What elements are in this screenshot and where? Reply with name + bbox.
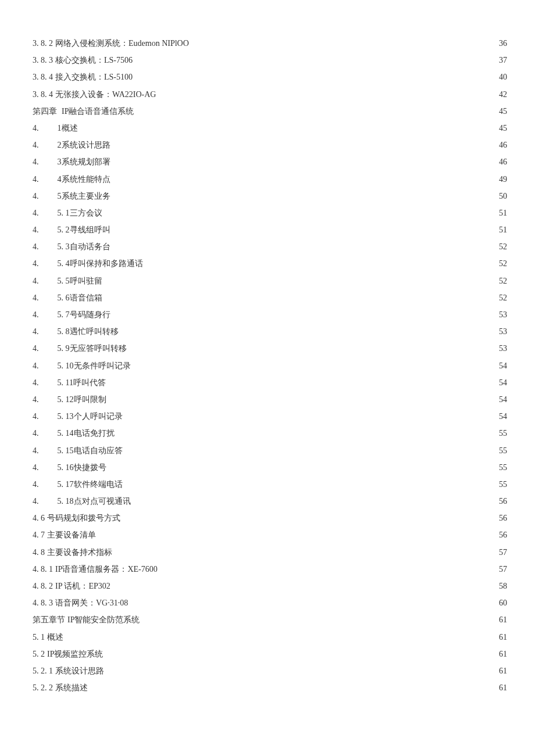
toc-entry-number: 4.	[33, 226, 41, 234]
toc-entry-page: 53	[495, 328, 507, 336]
toc-entry-page: 60	[495, 599, 507, 607]
toc-entry[interactable]: 5. 2. 2系统描述 61	[33, 684, 507, 692]
toc-entry-page: 50	[495, 192, 507, 200]
toc-entry-number: 5. 2. 1	[33, 667, 55, 675]
toc-entry-title: 5. 2寻线组呼叫	[58, 226, 110, 234]
toc-entry-page: 46	[495, 158, 507, 166]
toc-entry-page: 56	[495, 497, 507, 506]
toc-entry[interactable]: 4.1概述 45	[33, 124, 507, 132]
toc-entry[interactable]: 第四章IP融合语音通信系统 45	[33, 108, 507, 116]
toc-entry[interactable]: 4.5. 18点对点可视通讯 56	[33, 497, 507, 506]
toc-entry[interactable]: 4.5. 6语音信箱 52	[33, 294, 507, 302]
toc-entry[interactable]: 3. 8. 2网络入侵检测系统：Eudemon NIPlOO 36	[33, 40, 507, 48]
toc-entry-number: 4.	[33, 277, 41, 285]
toc-entry-page: 53	[495, 345, 507, 353]
toc-entry[interactable]: 4.5. 14电话免打扰 55	[33, 429, 507, 438]
toc-entry-title: 5. 6语音信箱	[58, 294, 102, 302]
toc-entry-number: 4.	[33, 124, 41, 132]
toc-entry-page: 46	[495, 141, 507, 149]
toc-entry-title: 5. 15电话自动应答	[58, 447, 123, 455]
toc-entry-title: 5. 8遇忙呼叫转移	[58, 328, 119, 336]
toc-entry[interactable]: 4. 8. 2 IP 话机：EP302 58	[33, 582, 507, 590]
toc-entry-title: 5. 1三方会议	[58, 209, 102, 217]
toc-entry-page: 55	[495, 481, 507, 489]
toc-entry-page: 36	[495, 40, 507, 48]
toc-entry[interactable]: 4.5. 1三方会议 51	[33, 209, 507, 217]
toc-entry[interactable]: 4.5. 7号码随身行 53	[33, 311, 507, 319]
toc-entry[interactable]: 4.2系统设计思路 46	[33, 141, 507, 149]
toc-entry-title: IP语音通信服务器：XE-7600	[55, 565, 158, 574]
toc-entry[interactable]: 5. 2. 1系统设计思路 61	[33, 667, 507, 675]
toc-entry-title: 网络入侵检测系统：Eudemon NIPlOO	[55, 40, 189, 48]
toc-entry-number: 4.	[33, 243, 41, 251]
toc-entry[interactable]: 4. 7主要设备清单 56	[33, 531, 507, 539]
toc-entry[interactable]: 4. 8主要设备持术指标 57	[33, 549, 507, 557]
toc-entry-title: 5. 9无应答呼叫转移	[58, 345, 127, 353]
toc-entry[interactable]: 4. 6号码规划和拨号方式 56	[33, 514, 507, 522]
toc-entry-page: 54	[495, 413, 507, 421]
toc-entry-number: 4.	[33, 192, 41, 200]
toc-entry[interactable]: 4.5. 11呼叫代答 54	[33, 379, 507, 387]
toc-entry-page: 45	[495, 124, 507, 132]
toc-entry-number: 4.	[33, 413, 41, 421]
toc-entry[interactable]: 4. 8. 3 语音网关：VG·31·08 60	[33, 599, 507, 607]
toc-entry[interactable]: 4.5. 16快捷拨号 55	[33, 464, 507, 472]
toc-entry[interactable]: 4.5. 10无条件呼叫记录 54	[33, 362, 507, 370]
toc-entry[interactable]: 4.5. 13个人呼叫记录 54	[33, 413, 507, 421]
toc-entry[interactable]: 4.5. 5呼叫驻留 52	[33, 277, 507, 285]
toc-entry-page: 55	[495, 447, 507, 455]
toc-entry-page: 58	[495, 582, 507, 590]
toc-entry[interactable]: 5. 1概述 61	[33, 633, 507, 642]
toc-entry-title: 5. 4呼叫保持和多路通话	[58, 260, 143, 268]
toc-entry-number: 4.	[33, 175, 41, 184]
toc-entry[interactable]: 4.5. 17软件终端电话 55	[33, 481, 507, 489]
toc-entry-page: 52	[495, 294, 507, 302]
toc-entry[interactable]: 3. 8. 3 核心交换机：LS-7506 37	[33, 56, 507, 65]
toc-entry-page: 49	[495, 175, 507, 184]
toc-entry-title: 主要设备清单	[47, 531, 96, 539]
toc-entry-title: 5. 17软件终端电话	[58, 481, 123, 489]
toc-entry[interactable]: 5. 2 IP视频监控系统 61	[33, 650, 507, 658]
toc-entry-page: 54	[495, 396, 507, 404]
toc-entry-number: 4.	[33, 311, 41, 319]
toc-entry[interactable]: 4.5. 12呼叫限制 54	[33, 396, 507, 404]
toc-entry[interactable]: 4.3系统规划部署 46	[33, 158, 507, 166]
toc-entry[interactable]: 4.5系统主要业务 50	[33, 192, 507, 200]
toc-entry-page: 55	[495, 464, 507, 472]
toc-entry-title: 无张接入设备：WA22IO-AG	[55, 91, 156, 99]
toc-entry-title: 号码规划和拨号方式	[47, 514, 120, 522]
toc-entry-title: 4系统性能特点	[58, 175, 110, 184]
toc-entry[interactable]: 4.5. 8遇忙呼叫转移 53	[33, 328, 507, 336]
toc-entry-title: 5. 12呼叫限制	[58, 396, 106, 404]
toc-entry-page: 57	[495, 565, 507, 574]
toc-entry-page: 51	[495, 226, 507, 234]
toc-list: 3. 8. 2网络入侵检测系统：Eudemon NIPlOO 363. 8. 3…	[33, 40, 507, 692]
toc-entry-page: 61	[495, 667, 507, 675]
toc-entry-page: 51	[495, 209, 507, 217]
toc-entry-page: 52	[495, 243, 507, 251]
toc-entry[interactable]: 4.4系统性能特点 49	[33, 175, 507, 184]
toc-entry-number: 3. 8. 4	[33, 73, 55, 81]
toc-entry[interactable]: 3. 8. 4无张接入设备：WA22IO-AG 42	[33, 91, 507, 99]
toc-entry-title: 5. 11呼叫代答	[58, 379, 106, 387]
toc-entry[interactable]: 4.5. 15电话自动应答 55	[33, 447, 507, 455]
toc-entry[interactable]: 4.5. 2寻线组呼叫 51	[33, 226, 507, 234]
toc-entry-title: 语音网关：VG·31·08	[55, 599, 128, 607]
toc-entry[interactable]: 3. 8. 4 接入交换机：LS-5100 40	[33, 73, 507, 81]
toc-entry-number: 第五章节	[33, 616, 67, 624]
toc-entry-number: 5. 1	[33, 633, 47, 642]
toc-entry[interactable]: 4.5. 9无应答呼叫转移 53	[33, 345, 507, 353]
toc-entry-title: 系统设计思路	[55, 667, 104, 675]
toc-entry[interactable]: 4.5. 4呼叫保持和多路通话 52	[33, 260, 507, 268]
toc-entry-title: 3系统规划部署	[58, 158, 110, 166]
toc-entry-title: 5. 7号码随身行	[58, 311, 110, 319]
toc-entry-page: 61	[495, 650, 507, 658]
toc-entry[interactable]: 第五章节IP智能安全防范系统 61	[33, 616, 507, 624]
toc-entry[interactable]: 4. 8. 1IP语音通信服务器：XE-7600 57	[33, 565, 507, 574]
toc-entry-title: 概述	[47, 633, 63, 642]
toc-entry[interactable]: 4.5. 3自动话务台 52	[33, 243, 507, 251]
toc-entry-page: 40	[495, 73, 507, 81]
toc-entry-title: 主要设备持术指标	[47, 549, 112, 557]
toc-entry-number: 4.	[33, 345, 41, 353]
toc-entry-title: 5系统主要业务	[58, 192, 110, 200]
